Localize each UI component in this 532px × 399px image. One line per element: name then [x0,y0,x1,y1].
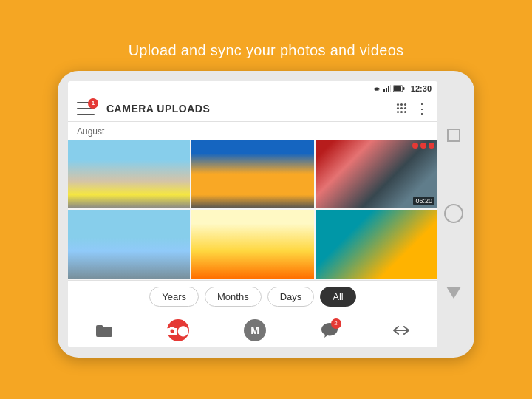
page-title: CAMERA UPLOADS [106,103,397,115]
filter-months[interactable]: Months [205,287,262,307]
nav-arrows[interactable] [392,321,410,339]
svg-rect-0 [383,89,385,92]
svg-rect-1 [386,88,387,92]
signal-icon [383,85,391,92]
wifi-icon [372,85,381,92]
red-dots [412,143,434,149]
chat-badge: 2 [331,318,341,329]
top-bar: 1 CAMERA UPLOADS ⋮ [68,96,437,122]
svg-rect-3 [390,85,391,92]
svg-rect-6 [394,86,401,91]
photo-item-2[interactable] [191,140,313,208]
svg-rect-5 [403,87,404,90]
battery-icon [393,85,405,92]
notification-badge: 1 [88,98,98,109]
circle-button[interactable] [443,203,464,224]
folder-icon [95,321,113,339]
arrows-icon [392,321,410,339]
photo-item-1[interactable] [68,140,190,208]
nav-camera[interactable] [167,319,189,341]
photo-item-4[interactable] [68,210,190,279]
photo-item-6[interactable] [316,210,437,279]
filter-bar: Years Months Days All [68,280,437,313]
triangle-button[interactable] [443,282,464,303]
photo-item-5[interactable] [191,210,313,279]
bottom-nav: M 2 [68,313,437,347]
svg-point-7 [171,329,174,332]
nav-chat[interactable]: 2 [321,321,338,339]
nav-folder[interactable] [95,321,113,339]
m-icon: M [244,319,266,341]
section-label: August [68,122,437,140]
square-button[interactable] [443,125,464,146]
menu-button[interactable]: 1 [77,102,95,115]
filter-days[interactable]: Days [267,287,315,307]
tablet-side-buttons [443,81,464,347]
status-icons [372,85,405,92]
top-bar-actions: ⋮ [397,102,429,115]
filter-years[interactable]: Years [149,287,199,307]
grid-view-button[interactable] [397,103,406,113]
camera-icon [167,319,189,341]
photo-grid: 06:20 [68,140,437,280]
content-area: August 06:20 Years M [68,122,437,313]
filter-all[interactable]: All [320,287,355,307]
tablet-screen: 12:30 1 CAMERA UPLOADS ⋮ August [68,81,437,347]
svg-rect-2 [388,86,389,92]
status-time: 12:30 [411,84,432,93]
more-options-button[interactable]: ⋮ [415,102,429,115]
nav-m[interactable]: M [244,319,266,341]
tablet-device: 12:30 1 CAMERA UPLOADS ⋮ August [58,71,474,358]
photo-item-3[interactable]: 06:20 [316,140,437,208]
tagline: Upload and sync your photos and videos [129,42,404,59]
video-duration: 06:20 [413,197,434,205]
status-bar: 12:30 [68,81,437,96]
